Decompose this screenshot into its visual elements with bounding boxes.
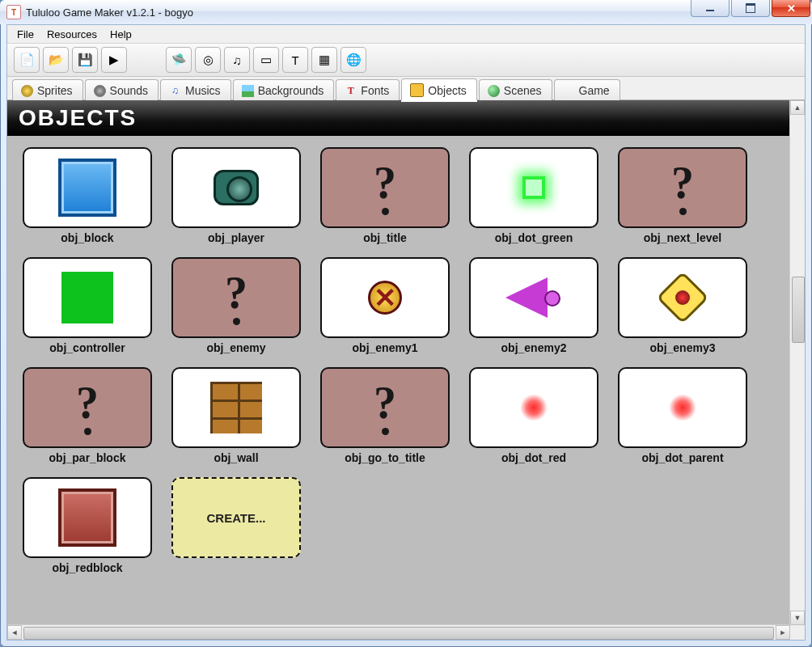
object-item: obj_enemy1 (316, 257, 454, 362)
scroll-up-button[interactable]: ▲ (790, 100, 805, 115)
tab-fonts-label: Fonts (361, 84, 389, 97)
tab-objects-label: Objects (428, 84, 466, 97)
main-toolbar: 📄📂💾▶🛸◎♫▭T▦🌐 (7, 43, 805, 77)
tab-sounds[interactable]: Sounds (85, 79, 159, 100)
question-icon: ? (374, 380, 396, 435)
object-item: obj_dot_red (465, 367, 603, 472)
save-button[interactable]: 💾 (72, 47, 98, 73)
object-card-obj_block[interactable] (23, 147, 152, 228)
object-label: obj_enemy1 (353, 341, 418, 354)
run-button[interactable]: ▶ (101, 47, 127, 73)
object-card-obj_title[interactable]: ? (320, 147, 450, 228)
tab-scenes-icon (488, 85, 500, 97)
object-card-obj_wall[interactable] (171, 367, 301, 448)
menu-resources[interactable]: Resources (40, 27, 104, 42)
object-item: obj_controller (19, 257, 156, 362)
object-label: obj_dot_green (495, 231, 573, 244)
tab-musics-icon: ♫ (169, 85, 181, 97)
tab-backgrounds-label: Backgrounds (258, 84, 324, 97)
vscroll-track[interactable] (790, 115, 805, 611)
object-card-obj_controller[interactable] (23, 257, 152, 338)
app-icon: T (6, 5, 21, 19)
object-label: obj_controller (49, 341, 125, 354)
resource-tabstrip: SpritesSounds♫MusicsBackgroundsTFontsObj… (7, 77, 805, 100)
object-card-obj_next_level[interactable]: ? (618, 147, 747, 228)
tab-fonts[interactable]: TFonts (336, 79, 400, 100)
maximize-button[interactable] (731, 0, 770, 17)
object-card-obj_dot_red[interactable] (469, 367, 598, 448)
add-scene-button[interactable]: 🌐 (340, 47, 366, 73)
add-object-button[interactable]: ▦ (311, 47, 337, 73)
question-icon: ? (225, 270, 247, 325)
tab-objects-icon (410, 83, 424, 97)
object-card-obj_enemy2[interactable] (469, 257, 598, 338)
object-item: ?obj_par_block (19, 367, 156, 472)
horizontal-scrollbar[interactable]: ◄ ► (7, 624, 790, 640)
object-card-obj_enemy1[interactable] (320, 257, 450, 338)
create-object-button[interactable]: CREATE... (171, 477, 301, 558)
add-music-button[interactable]: ♫ (224, 47, 250, 73)
minimize-button[interactable] (691, 0, 730, 17)
tab-scenes-label: Scenes (504, 84, 542, 97)
menubar: File Resources Help (7, 25, 805, 43)
sprite-preview (522, 176, 545, 199)
tab-sounds-label: Sounds (110, 84, 148, 97)
sprite-preview (210, 165, 262, 210)
object-card-obj_player[interactable] (171, 147, 301, 228)
tab-objects[interactable]: Objects (401, 78, 476, 100)
object-card-obj_go_to_title[interactable]: ? (320, 367, 450, 448)
object-card-obj_dot_green[interactable] (469, 147, 598, 228)
window-frame: T Tululoo Game Maker v1.2.1 - bogyo ✕ Fi… (0, 0, 812, 647)
sprite-preview (520, 394, 548, 421)
hscroll-thumb[interactable] (23, 627, 774, 640)
scroll-down-button[interactable]: ▼ (790, 611, 805, 625)
object-label: obj_enemy (206, 341, 265, 354)
object-item: obj_enemy2 (465, 257, 603, 362)
sprite-preview (61, 272, 113, 324)
object-card-obj_dot_parent[interactable] (618, 367, 747, 448)
tab-game-icon (563, 85, 575, 97)
tab-backgrounds[interactable]: Backgrounds (233, 79, 335, 100)
add-sound-button[interactable]: ◎ (195, 47, 221, 73)
sprite-preview (58, 159, 116, 217)
tab-musics[interactable]: ♫Musics (160, 79, 231, 100)
add-sprite-button[interactable]: 🛸 (166, 47, 192, 73)
object-item: obj_wall (167, 367, 305, 472)
object-item: obj_block (19, 147, 156, 252)
menu-file[interactable]: File (11, 27, 40, 42)
scroll-corner (790, 625, 805, 640)
add-font-button[interactable]: T (282, 47, 308, 73)
object-card-obj_par_block[interactable]: ? (23, 367, 152, 448)
object-label: obj_wall (214, 451, 258, 464)
scroll-right-button[interactable]: ► (776, 625, 790, 640)
close-button[interactable]: ✕ (772, 0, 810, 17)
sprite-preview (360, 273, 410, 323)
sprite-preview (210, 382, 262, 433)
add-background-button[interactable]: ▭ (253, 47, 279, 73)
hscroll-track[interactable] (22, 625, 776, 640)
tab-sprites-icon (21, 85, 33, 97)
open-button[interactable]: 📂 (43, 47, 69, 73)
tab-backgrounds-icon (242, 85, 254, 97)
sprite-preview (58, 488, 116, 547)
menu-help[interactable]: Help (104, 27, 138, 42)
titlebar[interactable]: T Tululoo Game Maker v1.2.1 - bogyo ✕ (0, 0, 812, 24)
new-button[interactable]: 📄 (14, 47, 40, 73)
objects-grid: obj_blockobj_player?obj_titleobj_dot_gre… (7, 136, 790, 594)
tab-sprites[interactable]: Sprites (12, 79, 83, 100)
object-label: obj_enemy2 (501, 341, 567, 354)
object-card-obj_enemy[interactable]: ? (171, 257, 301, 338)
object-card-obj_enemy3[interactable] (618, 257, 747, 338)
tab-scenes[interactable]: Scenes (479, 79, 552, 100)
object-item: ?obj_go_to_title (316, 367, 454, 472)
window-title: Tululoo Game Maker v1.2.1 - bogyo (26, 6, 193, 19)
vscroll-thumb[interactable] (792, 277, 805, 343)
sprite-preview (505, 276, 562, 319)
tab-game[interactable]: Game (554, 79, 620, 100)
vertical-scrollbar[interactable]: ▲ ▼ (789, 100, 805, 625)
sprite-preview (669, 394, 696, 421)
sprite-preview (662, 277, 704, 319)
object-label: obj_go_to_title (345, 451, 425, 464)
object-card-obj_redblock[interactable] (23, 477, 152, 558)
scroll-left-button[interactable]: ◄ (7, 625, 22, 640)
